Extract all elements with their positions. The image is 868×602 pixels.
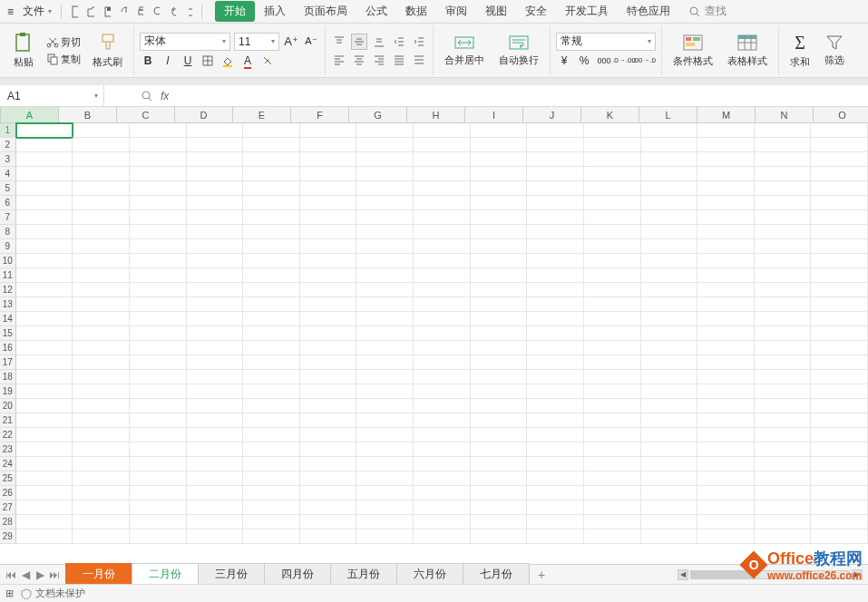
cell[interactable] <box>300 254 357 268</box>
cell[interactable] <box>130 355 187 370</box>
cell[interactable] <box>527 399 584 413</box>
row-header[interactable]: 19 <box>0 384 16 399</box>
cell[interactable] <box>73 413 130 428</box>
cell[interactable] <box>16 268 73 283</box>
cell[interactable] <box>811 254 868 268</box>
cell[interactable] <box>641 486 698 500</box>
cell[interactable] <box>73 428 130 442</box>
bold-icon[interactable]: B <box>140 53 156 69</box>
cut-button[interactable]: 剪切 <box>44 34 83 50</box>
cell[interactable] <box>73 239 130 254</box>
cell[interactable] <box>73 515 130 529</box>
cell[interactable] <box>356 341 414 355</box>
cell[interactable] <box>130 529 187 544</box>
cell[interactable] <box>130 413 187 428</box>
cell[interactable] <box>584 515 641 529</box>
cell[interactable] <box>16 413 73 428</box>
cell[interactable] <box>527 239 584 254</box>
tab-developer[interactable]: 开发工具 <box>556 0 618 23</box>
copy-button[interactable]: 复制 <box>44 52 83 67</box>
cell[interactable] <box>16 181 73 196</box>
cell[interactable] <box>73 355 130 370</box>
name-box[interactable]: A1 ▾ <box>0 85 104 106</box>
cell[interactable] <box>811 384 868 399</box>
cell[interactable] <box>300 442 357 457</box>
cell[interactable] <box>187 297 244 312</box>
cell[interactable] <box>811 428 868 442</box>
cell[interactable] <box>356 326 414 341</box>
wrap-text-button[interactable]: 自动换行 <box>493 26 544 75</box>
cell[interactable] <box>755 297 812 312</box>
cell[interactable] <box>527 529 584 544</box>
column-header[interactable]: J <box>523 107 581 122</box>
cell[interactable] <box>471 471 528 486</box>
cell[interactable] <box>300 225 357 239</box>
cell[interactable] <box>527 457 584 471</box>
cell[interactable] <box>584 355 641 370</box>
cell[interactable] <box>243 312 300 326</box>
paste-button[interactable]: 粘贴 <box>7 26 40 75</box>
cell[interactable] <box>641 181 698 196</box>
conditional-format-button[interactable]: 条件格式 <box>668 26 718 75</box>
cell[interactable] <box>471 384 528 399</box>
cell[interactable] <box>755 500 812 515</box>
cell[interactable] <box>641 210 698 225</box>
row-header[interactable]: 16 <box>0 341 16 355</box>
cell[interactable] <box>130 123 187 138</box>
sheet-nav-first[interactable]: ⏮ <box>4 568 18 581</box>
cell[interactable] <box>356 167 414 181</box>
cell[interactable] <box>811 500 868 515</box>
cell[interactable] <box>16 341 73 355</box>
cell[interactable] <box>527 370 584 384</box>
cell[interactable] <box>356 384 414 399</box>
cell[interactable] <box>755 167 812 181</box>
cell[interactable] <box>527 196 584 210</box>
cell[interactable] <box>697 225 755 239</box>
search-box[interactable]: 查找 <box>688 4 727 19</box>
cell[interactable] <box>471 515 528 529</box>
cell[interactable] <box>243 384 300 399</box>
cell[interactable] <box>356 500 414 515</box>
zoom-icon[interactable] <box>141 90 153 102</box>
cell[interactable] <box>641 268 698 283</box>
cell[interactable] <box>243 181 300 196</box>
cell[interactable] <box>300 152 357 167</box>
cell[interactable] <box>584 370 641 384</box>
cell[interactable] <box>527 384 584 399</box>
sum-button[interactable]: Σ 求和 <box>785 26 815 75</box>
cell[interactable] <box>414 268 471 283</box>
cell[interactable] <box>414 225 471 239</box>
cell[interactable] <box>755 312 812 326</box>
row-header[interactable]: 18 <box>0 370 16 384</box>
cell[interactable] <box>243 254 300 268</box>
cell[interactable] <box>755 283 812 297</box>
cell[interactable] <box>187 181 244 196</box>
align-top-icon[interactable] <box>331 34 347 50</box>
cell[interactable] <box>414 210 471 225</box>
cell[interactable] <box>16 239 73 254</box>
cell[interactable] <box>356 515 414 529</box>
cell[interactable] <box>471 529 528 544</box>
align-left-icon[interactable] <box>331 52 347 68</box>
sheet-nav-next[interactable]: ▶ <box>33 568 47 581</box>
cell[interactable] <box>527 471 584 486</box>
cell[interactable] <box>300 297 357 312</box>
cell[interactable] <box>697 442 755 457</box>
cell[interactable] <box>697 123 755 138</box>
cell[interactable] <box>16 152 73 167</box>
cell[interactable] <box>755 355 812 370</box>
cell[interactable] <box>356 457 414 471</box>
cell[interactable] <box>414 239 471 254</box>
cell[interactable] <box>697 515 755 529</box>
cell[interactable] <box>641 341 698 355</box>
cell[interactable] <box>641 529 698 544</box>
fx-icon[interactable]: fx <box>161 90 169 102</box>
cell[interactable] <box>356 239 414 254</box>
cell[interactable] <box>130 515 187 529</box>
cell[interactable] <box>73 152 130 167</box>
cell[interactable] <box>187 326 244 341</box>
row-header[interactable]: 25 <box>0 471 16 486</box>
cell[interactable] <box>414 341 471 355</box>
cell[interactable] <box>414 123 471 138</box>
cell[interactable] <box>811 196 868 210</box>
